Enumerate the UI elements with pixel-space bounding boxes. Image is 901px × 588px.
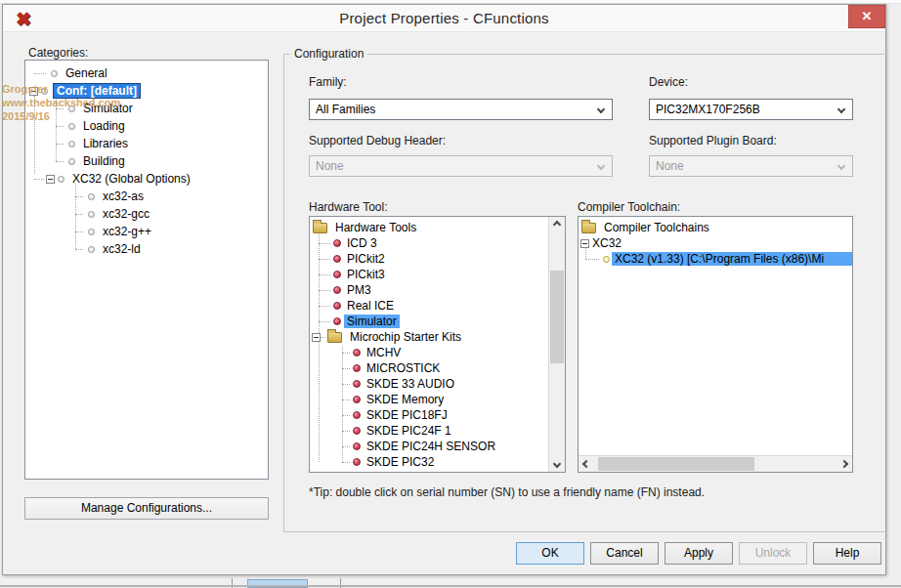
tree-item-label: Simulator (80, 102, 136, 115)
scroll-right-icon[interactable] (837, 456, 852, 472)
tree-item-xc32-toolchain[interactable]: XC32 (579, 235, 852, 251)
tree-item-hardware-tools[interactable]: Hardware Tools (310, 220, 548, 235)
tree-item-pm3[interactable]: PM3 (310, 282, 548, 298)
tree-item-label: PM3 (344, 283, 374, 297)
title-bar[interactable]: ✖ Project Properties - CFunctions ✕ (3, 5, 885, 32)
tool-bullet-icon (333, 239, 341, 247)
scroll-left-icon[interactable] (579, 456, 594, 472)
tree-connector (342, 462, 350, 463)
tree-connector (56, 126, 64, 127)
tree-item-starter-kits[interactable]: Microchip Starter Kits (310, 329, 548, 345)
tree-item-xc32-global[interactable]: XC32 (Global Options) (25, 170, 268, 188)
tool-bullet-icon (333, 317, 341, 325)
manage-configurations-button[interactable]: Manage Configurations... (24, 497, 269, 520)
tree-item-libraries[interactable]: Libraries (25, 135, 268, 152)
device-select[interactable]: PIC32MX170F256B (649, 99, 853, 120)
compiler-toolchain-label: Compiler Toolchain: (578, 200, 680, 214)
tree-item-xc32-gcc[interactable]: xc32-gcc (25, 205, 268, 223)
tree-item-compiler-toolchains[interactable]: Compiler Toolchains (579, 220, 852, 235)
tree-item-simulator-tool[interactable]: Simulator (310, 314, 548, 329)
node-bullet-icon (58, 176, 64, 183)
tree-guide (56, 100, 57, 161)
vertical-scrollbar[interactable] (548, 217, 565, 472)
tree-connector (585, 259, 599, 260)
collapse-icon[interactable] (29, 87, 38, 96)
tip-text: *Tip: double click on serial number (SN)… (309, 485, 705, 499)
debug-header-select: None (309, 155, 613, 177)
node-bullet-icon (68, 105, 75, 112)
family-select[interactable]: All Families (309, 99, 613, 120)
collapse-icon[interactable] (46, 175, 55, 184)
tree-item-xc32-as[interactable]: xc32-as (25, 188, 268, 205)
tool-bullet-icon (353, 411, 361, 419)
tree-item-label: General (63, 66, 110, 80)
background-edge (0, 585, 901, 587)
horizontal-scrollbar[interactable] (579, 455, 852, 472)
tree-item-label: XC32 (589, 236, 624, 250)
tree-item-label: Compiler Toolchains (601, 221, 712, 234)
ok-button[interactable]: OK (516, 542, 584, 565)
tree-item-xc32-gpp[interactable]: xc32-g++ (25, 223, 268, 240)
tree-guide (342, 346, 343, 462)
tree-item-microstick[interactable]: MICROSTICK (310, 360, 548, 376)
device-label: Device: (649, 75, 688, 89)
device-value: PIC32MX170F256B (656, 103, 760, 116)
close-button[interactable]: ✕ (848, 5, 885, 28)
chevron-down-icon (597, 105, 605, 113)
tree-item-real-ice[interactable]: Real ICE (310, 298, 548, 314)
tool-bullet-icon (353, 380, 361, 388)
tree-item-mchv[interactable]: MCHV (310, 345, 548, 360)
tree-item-skde-pic24f1[interactable]: SKDE PIC24F 1 (310, 423, 548, 439)
tree-item-xc32-ld[interactable]: xc32-ld (25, 240, 268, 258)
tree-item-label: SKDE PIC24H SENSOR (364, 440, 498, 453)
tree-guide (585, 248, 586, 259)
tree-item-skde-memory[interactable]: SKDE Memory (310, 392, 548, 407)
scroll-up-icon[interactable] (549, 217, 565, 232)
tree-item-building[interactable]: Building (25, 152, 268, 170)
tree-item-skde-pic32[interactable]: SKDE PIC32 (310, 454, 548, 470)
debug-header-value: None (316, 159, 344, 173)
tree-item-conf-default[interactable]: Conf: [default] (25, 82, 268, 100)
tree-item-label: Real ICE (344, 299, 397, 313)
tree-item-skde-33-audio[interactable]: SKDE 33 AUDIO (310, 376, 548, 392)
tree-item-label: MCHV (364, 346, 404, 359)
tree-item-xc32-v133[interactable]: XC32 (v1.33) [C:\Program Files (x86)\Mi (579, 251, 852, 267)
tool-bullet-icon (333, 271, 341, 278)
tool-bullet-icon (353, 458, 361, 466)
tree-item-label: SKDE 33 AUDIO (364, 377, 457, 391)
tool-bullet-icon (333, 302, 341, 310)
tree-connector (34, 179, 44, 180)
collapse-icon[interactable] (312, 333, 321, 342)
tree-item-loading[interactable]: Loading (25, 117, 268, 135)
collapse-icon[interactable] (580, 239, 589, 248)
tree-item-label: SKDE Memory (364, 393, 447, 406)
tree-item-general[interactable]: General (25, 64, 268, 82)
tree-item-skde-pic18fj[interactable]: SKDE PIC18FJ (310, 407, 548, 423)
tree-item-label: Hardware Tools (332, 221, 419, 234)
tree-item-icd3[interactable]: ICD 3 (310, 235, 548, 251)
apply-button[interactable]: Apply (665, 542, 733, 565)
screen: ✖ Project Properties - CFunctions ✕ Cate… (0, 0, 901, 588)
scrollbar-thumb[interactable] (598, 457, 754, 471)
chevron-down-icon (837, 105, 845, 113)
tree-item-pickit2[interactable]: PICkit2 (310, 251, 548, 267)
tree-item-simulator[interactable]: Simulator (25, 100, 268, 117)
tool-bullet-icon (333, 255, 341, 263)
tree-connector (56, 144, 64, 145)
tree-item-skde-pic24h-sensor[interactable]: SKDE PIC24H SENSOR (310, 439, 548, 454)
scroll-down-icon[interactable] (549, 456, 565, 472)
tree-connector (342, 384, 350, 385)
hardware-tool-label: Hardware Tool: (309, 200, 387, 214)
tree-connector (56, 161, 64, 162)
tree-item-label: Building (80, 154, 128, 168)
scrollbar-thumb[interactable] (550, 271, 564, 363)
node-bullet-icon (51, 70, 58, 77)
tree-guide (75, 184, 76, 249)
cancel-button[interactable]: Cancel (590, 542, 659, 565)
help-button[interactable]: Help (813, 542, 881, 565)
node-bullet-icon (68, 123, 75, 130)
node-bullet-icon (88, 211, 95, 218)
tree-connector (342, 399, 350, 400)
tree-item-pickit3[interactable]: PICkit3 (310, 267, 548, 282)
tree-connector (319, 321, 330, 322)
